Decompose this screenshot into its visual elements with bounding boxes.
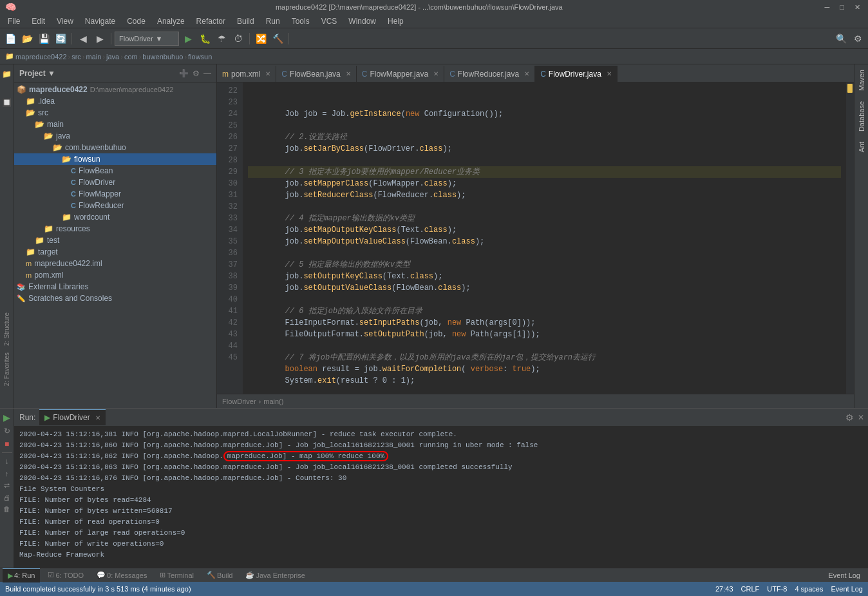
maven-tab[interactable]: Maven — [855, 64, 868, 96]
run-config-dropdown[interactable]: FlowDriver ▼ — [115, 32, 179, 46]
todo-nav-tab[interactable]: ☑ 6: TODO — [42, 568, 89, 582]
sidebar-collapse-icon[interactable]: — — [203, 69, 211, 78]
run-rerun-btn[interactable]: ↻ — [3, 425, 12, 437]
tree-item[interactable]: 📁test — [14, 235, 216, 246]
bottom-close-btn[interactable]: ✕ — [856, 412, 865, 423]
vcs-btn[interactable]: 🔀 — [253, 31, 269, 46]
breadcrumb-com[interactable]: com — [124, 53, 138, 61]
tab-close-icon[interactable]: ✕ — [524, 70, 529, 77]
terminal-nav-tab[interactable]: ⊞ Terminal — [155, 568, 199, 582]
structure-icon[interactable]: 🔲 — [0, 95, 14, 110]
menu-item-file[interactable]: File — [3, 15, 25, 27]
toolbar-save-btn[interactable]: 💾 — [36, 31, 52, 46]
run-play-btn[interactable]: ▶ — [2, 411, 12, 424]
menu-item-build[interactable]: Build — [232, 15, 259, 27]
breadcrumb-buwenbuhuo[interactable]: buwenbuhuo — [142, 53, 183, 61]
tab-close-icon[interactable]: ✕ — [433, 70, 439, 77]
tree-item[interactable]: 📁resources — [14, 223, 216, 235]
sidebar-settings-icon[interactable]: ⚙ — [193, 69, 200, 78]
menu-item-edit[interactable]: Edit — [26, 15, 50, 27]
event-log[interactable]: Event Log — [831, 585, 863, 593]
toolbar-fwd-btn[interactable]: ▶ — [92, 31, 108, 46]
event-log-nav[interactable]: Event Log — [823, 572, 865, 579]
messages-nav-tab[interactable]: 💬 0: Messages — [91, 568, 152, 582]
run-wrap-btn[interactable]: ⇌ — [3, 480, 11, 491]
breadcrumb-main[interactable]: main — [86, 53, 102, 61]
breadcrumb-project[interactable]: 📁 — [5, 52, 14, 61]
tree-item[interactable]: 📂flowsun — [14, 153, 216, 165]
menu-item-refactor[interactable]: Refactor — [191, 15, 231, 27]
menu-item-window[interactable]: Window — [343, 15, 381, 27]
left-sidebar-structure-tab[interactable]: 2: Structure — [2, 310, 12, 349]
encoding[interactable]: UTF-8 — [767, 585, 787, 593]
minimize-button[interactable]: ─ — [822, 3, 833, 12]
tree-item[interactable]: 📂main — [14, 119, 216, 130]
run-print-btn[interactable]: 🖨 — [2, 492, 12, 503]
toolbar-back-btn[interactable]: ◀ — [75, 31, 91, 46]
run-btn[interactable]: ▶ — [180, 31, 196, 46]
toolbar-new-btn[interactable]: 📄 — [3, 31, 18, 46]
tree-item[interactable]: 📁target — [14, 246, 216, 258]
tree-item[interactable]: ✏️Scratches and Consoles — [14, 293, 216, 304]
breadcrumb-src[interactable]: src — [71, 53, 81, 61]
menu-item-analyze[interactable]: Analyze — [152, 15, 190, 27]
menu-item-help[interactable]: Help — [382, 15, 409, 27]
tree-item[interactable]: 📦mapreduce0422D:\maven\mapreduce0422 — [14, 84, 216, 95]
project-icon[interactable]: 📁 — [0, 67, 14, 81]
breadcrumb-flowsun[interactable]: flowsun — [188, 53, 212, 61]
tree-item[interactable]: 📁.idea — [14, 95, 216, 107]
bottom-settings-btn[interactable]: ⚙ — [844, 411, 855, 424]
tab-close-icon[interactable]: ✕ — [265, 70, 270, 77]
java-enterprise-nav-tab[interactable]: ☕ Java Enterprise — [240, 568, 310, 582]
tab-close-icon[interactable]: ✕ — [607, 70, 612, 77]
left-sidebar-favorites-tab[interactable]: 2: Favorites — [2, 350, 12, 389]
tree-item[interactable]: CFlowReducer — [14, 200, 216, 211]
build-nav-tab[interactable]: 🔨 Build — [202, 568, 238, 582]
tree-item[interactable]: CFlowBean — [14, 165, 216, 177]
sidebar-add-icon[interactable]: ➕ — [179, 69, 189, 78]
editor-tab[interactable]: CFlowDriver.java✕ — [535, 66, 618, 82]
editor-tab[interactable]: CFlowMapper.java✕ — [357, 66, 444, 82]
editor-tab[interactable]: CFlowReducer.java✕ — [444, 66, 535, 82]
tab-close-icon[interactable]: ✕ — [346, 70, 351, 77]
tree-item[interactable]: 📂com.buwenbuhuo — [14, 142, 216, 153]
profile-btn[interactable]: ⏱ — [231, 31, 246, 46]
run-tab-close[interactable]: ✕ — [95, 414, 100, 421]
menu-item-code[interactable]: Code — [122, 15, 151, 27]
breadcrumb-project-label[interactable]: mapreduce0422 — [15, 53, 67, 61]
flowdriver-run-tab[interactable]: ▶ FlowDriver ✕ — [39, 409, 105, 425]
cursor-position[interactable]: 27:43 — [715, 585, 733, 593]
database-tab[interactable]: Database — [855, 96, 868, 137]
close-button[interactable]: ✕ — [852, 3, 863, 12]
tree-item[interactable]: CFlowDriver — [14, 177, 216, 188]
run-stop-btn[interactable]: ■ — [3, 438, 10, 450]
editor-tab[interactable]: CFlowBean.java✕ — [276, 66, 356, 82]
run-up-btn[interactable]: ↑ — [4, 468, 10, 479]
menu-item-run[interactable]: Run — [261, 15, 285, 27]
search-btn[interactable]: 🔍 — [833, 31, 849, 46]
toolbar-sync-btn[interactable]: 🔄 — [53, 31, 68, 46]
maximize-button[interactable]: □ — [837, 3, 847, 12]
tree-item[interactable]: mpom.xml — [14, 269, 216, 281]
code-editor[interactable]: 2223242526272829303132333435363738394041… — [217, 82, 854, 394]
window-controls[interactable]: ─ □ ✕ — [822, 3, 863, 12]
menu-item-navigate[interactable]: Navigate — [80, 15, 120, 27]
indent-setting[interactable]: 4 spaces — [795, 585, 823, 593]
debug-btn[interactable]: 🐛 — [197, 31, 212, 46]
code-content[interactable]: Job job = Job.getInstance(new Configurat… — [243, 82, 846, 394]
tree-item[interactable]: CFlowMapper — [14, 188, 216, 200]
tree-item[interactable]: 📚External Libraries — [14, 281, 216, 293]
editor-tab[interactable]: mpom.xml✕ — [217, 66, 276, 82]
tree-item[interactable]: 📂java — [14, 130, 216, 142]
run-scroll-btn[interactable]: ↓ — [4, 456, 10, 467]
ant-tab[interactable]: Ant — [855, 137, 868, 158]
menu-item-tools[interactable]: Tools — [287, 15, 315, 27]
menu-item-view[interactable]: View — [52, 15, 79, 27]
build-btn[interactable]: 🔨 — [270, 31, 285, 46]
run-output[interactable]: 2020-04-23 15:12:16,381 INFO [org.apache… — [14, 427, 868, 582]
tree-item[interactable]: 📂src — [14, 107, 216, 119]
run-clear-btn[interactable]: 🗑 — [2, 504, 12, 514]
line-ending[interactable]: CRLF — [741, 585, 760, 593]
breadcrumb-java[interactable]: java — [106, 53, 119, 61]
menu-item-vcs[interactable]: VCS — [316, 15, 343, 27]
